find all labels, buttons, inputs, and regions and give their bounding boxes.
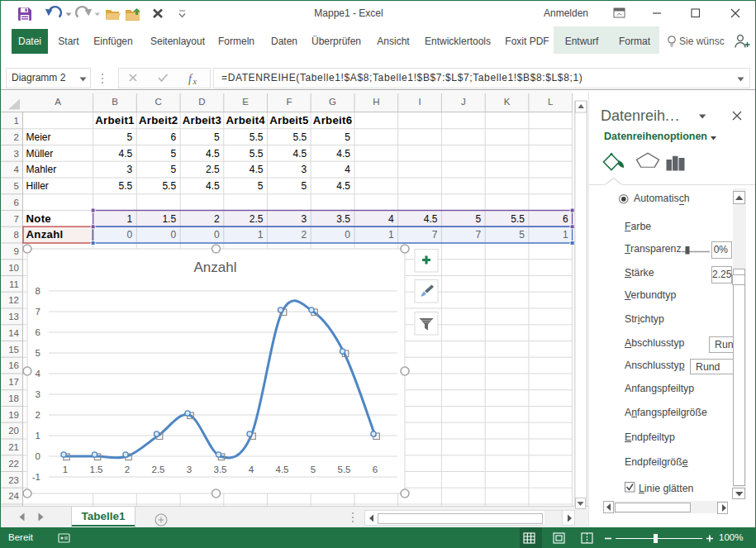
svg-text:Arbeit6: Arbeit6 <box>313 114 353 126</box>
svg-text:-1: -1 <box>32 472 40 482</box>
svg-text:2: 2 <box>14 132 19 142</box>
svg-text:5: 5 <box>214 131 220 143</box>
svg-text:5: 5 <box>170 164 176 175</box>
svg-text:22: 22 <box>8 459 19 469</box>
svg-text:17: 17 <box>8 377 19 387</box>
svg-text:4.5: 4.5 <box>336 148 350 160</box>
svg-text:6: 6 <box>14 198 19 207</box>
svg-text:10: 10 <box>8 263 19 273</box>
svg-text:16: 16 <box>8 360 19 370</box>
svg-text:1: 1 <box>14 116 19 126</box>
svg-text:21: 21 <box>8 442 19 452</box>
svg-text:A: A <box>55 97 61 107</box>
svg-text:Meier: Meier <box>26 131 51 143</box>
svg-text:6: 6 <box>373 465 378 474</box>
svg-text:24: 24 <box>8 491 19 501</box>
svg-text:5: 5 <box>258 180 264 192</box>
svg-text:5: 5 <box>345 131 350 143</box>
svg-text:5.5: 5.5 <box>119 180 133 192</box>
svg-text:I: I <box>418 97 421 107</box>
svg-text:6: 6 <box>170 131 176 143</box>
svg-text:Mahler: Mahler <box>26 164 57 175</box>
svg-text:15: 15 <box>8 345 19 355</box>
svg-text:H: H <box>373 97 379 107</box>
svg-text:7: 7 <box>14 214 19 224</box>
svg-text:x: x <box>193 77 197 86</box>
svg-text:4: 4 <box>345 164 350 175</box>
svg-text:E: E <box>242 97 249 107</box>
svg-text:3: 3 <box>127 164 133 175</box>
svg-text:4.5: 4.5 <box>276 465 289 474</box>
svg-text:9: 9 <box>14 246 19 256</box>
svg-text:5: 5 <box>14 181 19 191</box>
svg-text:3.5: 3.5 <box>214 465 227 474</box>
svg-text:3: 3 <box>36 389 40 399</box>
svg-text:Arbeit1: Arbeit1 <box>95 114 135 126</box>
svg-text:Arbeit4: Arbeit4 <box>226 114 265 126</box>
svg-text:Arbeit5: Arbeit5 <box>269 114 309 126</box>
svg-text:8: 8 <box>36 286 40 296</box>
svg-text:20: 20 <box>8 426 19 436</box>
svg-text:5.5: 5.5 <box>293 131 307 143</box>
svg-text:Müller: Müller <box>26 148 54 160</box>
svg-text:2: 2 <box>125 465 130 474</box>
svg-text:4: 4 <box>249 465 254 474</box>
svg-text:4.5: 4.5 <box>293 148 307 160</box>
svg-text:J: J <box>461 97 466 107</box>
svg-text:Anzahl: Anzahl <box>194 260 237 275</box>
svg-text:4: 4 <box>36 369 41 379</box>
svg-text:F: F <box>286 97 292 107</box>
svg-text:4.5: 4.5 <box>250 164 264 175</box>
svg-text:3: 3 <box>187 465 192 474</box>
svg-text:23: 23 <box>8 475 19 485</box>
svg-text:4.5: 4.5 <box>119 148 133 160</box>
svg-text:5: 5 <box>311 465 316 474</box>
svg-text:5: 5 <box>170 148 176 160</box>
svg-text:3: 3 <box>14 149 19 159</box>
svg-text:5.5: 5.5 <box>162 180 176 192</box>
svg-text:Arbeit3: Arbeit3 <box>183 114 222 126</box>
svg-text:Note: Note <box>26 212 52 225</box>
svg-text:4.5: 4.5 <box>336 180 350 192</box>
svg-text:7: 7 <box>36 307 40 317</box>
svg-text:4: 4 <box>14 164 20 174</box>
svg-text:18: 18 <box>8 393 19 403</box>
svg-text:C: C <box>155 97 162 107</box>
svg-text:5: 5 <box>302 180 307 192</box>
svg-text:B: B <box>112 97 118 107</box>
svg-text:L: L <box>548 97 554 107</box>
svg-text:12: 12 <box>8 295 19 305</box>
svg-text:1: 1 <box>63 465 68 474</box>
svg-text:6: 6 <box>36 327 40 337</box>
svg-text:1: 1 <box>36 431 40 441</box>
svg-text:2.5: 2.5 <box>152 465 165 474</box>
svg-text:19: 19 <box>8 410 19 420</box>
svg-text:4.5: 4.5 <box>206 148 220 160</box>
svg-text:13: 13 <box>8 312 19 322</box>
svg-text:5: 5 <box>127 131 133 143</box>
svg-text:5.5: 5.5 <box>250 131 264 143</box>
svg-text:G: G <box>329 97 336 107</box>
svg-text:4.5: 4.5 <box>206 180 220 192</box>
svg-text:5.5: 5.5 <box>250 148 264 160</box>
svg-text:Arbeit2: Arbeit2 <box>139 114 178 126</box>
svg-text:K: K <box>504 97 511 107</box>
svg-text:14: 14 <box>8 328 19 338</box>
svg-text:2.5: 2.5 <box>206 164 220 175</box>
svg-text:11: 11 <box>9 279 19 289</box>
svg-text:8: 8 <box>14 230 19 240</box>
svg-text:0: 0 <box>36 451 40 461</box>
svg-text:3: 3 <box>302 164 307 175</box>
svg-text:5.5: 5.5 <box>338 465 351 474</box>
svg-text:2: 2 <box>36 410 40 420</box>
svg-text:D: D <box>198 97 205 107</box>
svg-text:Hiller: Hiller <box>26 180 49 192</box>
svg-text:5: 5 <box>36 348 40 358</box>
svg-text:1.5: 1.5 <box>90 465 103 474</box>
